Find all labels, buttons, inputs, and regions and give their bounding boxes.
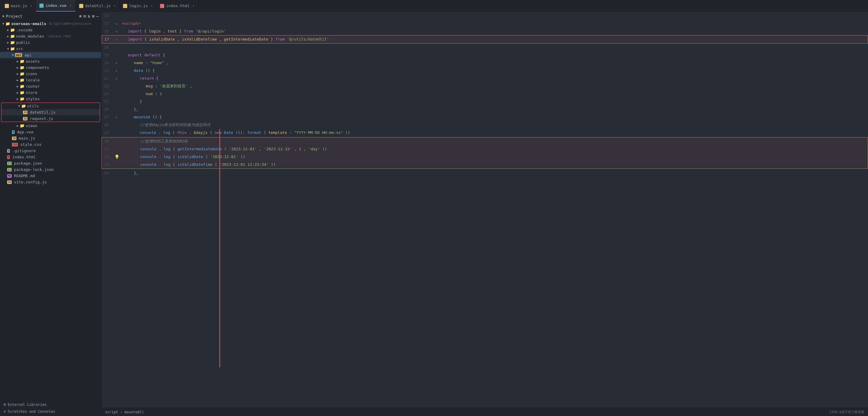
folder-label: src (16, 46, 23, 51)
tree-item-root[interactable]: ▼ 📁 overseas-emails D:\gitlabProjects\ov… (0, 21, 101, 27)
tab-close-icon[interactable]: ✕ (114, 4, 116, 8)
folder-icon: 📁 (10, 40, 15, 45)
sidebar-item-views[interactable]: ▶ 📁 views (0, 123, 101, 129)
folder-icon: 📁 (10, 46, 15, 51)
tab-bar: main.js ✕ index.vue ✕ dateUtil.js ✕ logi… (0, 0, 868, 12)
sidebar-item-utils[interactable]: ▼ 📁 utils (1, 103, 100, 109)
lightbulb-icon[interactable]: 💡 (114, 154, 119, 159)
sidebar-item-app-vue[interactable]: V App.vue (0, 129, 101, 135)
sidebar-item-vscode[interactable]: ▶ 📁 .vscode (0, 27, 101, 33)
tab-index-html[interactable]: index.html ✕ (156, 0, 198, 12)
sidebar-item-index-html[interactable]: H index.html (0, 154, 101, 160)
sidebar-item-components[interactable]: ▶ 📁 components (0, 64, 101, 71)
sidebar: ▼ Project ⊕ ⊟ ⇅ ⚙ — ▼ 📁 overseas-emails … (0, 12, 101, 416)
sidebar-item-locale[interactable]: ▶ 📁 locale (0, 77, 101, 83)
tab-label: dateUtil.js (85, 4, 111, 8)
editor-area: 14 15 ◆ <script> 16 (101, 12, 868, 416)
sidebar-item-node-modules[interactable]: ▶ 📁 node_modules library root (0, 33, 101, 39)
folder-icon: 📁 (20, 59, 25, 64)
utils-outlined-box: ▼ 📁 utils JS dateUtil.js JS request.js (1, 103, 100, 122)
folder-label: views (26, 124, 37, 128)
sidebar-item-readme[interactable]: MD README.md (0, 173, 101, 179)
folder-label: api (25, 53, 31, 57)
json-file-icon: {} (7, 168, 12, 171)
sidebar-item-src[interactable]: ▼ 📁 src (0, 46, 101, 52)
sidebar-item-public[interactable]: ▶ 📁 public (0, 39, 101, 46)
file-label: App.vue (17, 130, 33, 134)
toolbar-icon3[interactable]: ⇅ (88, 14, 90, 19)
code-line-28: 28 //使用dayjs将当前时间转换为指定样式 (101, 121, 868, 129)
js-file-icon: JS (23, 111, 28, 114)
sidebar-item-main-js[interactable]: JS main.js (0, 135, 101, 141)
html-icon (160, 4, 164, 8)
status-bar: script › mounted() CSDN @谁不想飞舞青春 (101, 408, 868, 416)
tab-close-icon[interactable]: ✕ (151, 4, 153, 8)
sidebar-item-api[interactable]: ▼ api api (0, 52, 101, 58)
tab-close-icon[interactable]: ✕ (193, 4, 195, 8)
settings-icon[interactable]: ⚙ (92, 14, 94, 19)
sidebar-item-dateutil[interactable]: JS dateUtil.js (1, 109, 100, 115)
sidebar-item-package-lock[interactable]: {} package-lock.json (0, 166, 101, 173)
chevron-right-icon: ▶ (7, 35, 9, 38)
folder-icon: 📁 (5, 22, 10, 26)
html-file-icon: H (7, 155, 10, 159)
folder-label: store (26, 90, 37, 95)
file-label: style.css (20, 142, 41, 147)
sidebar-item-store[interactable]: ▶ 📁 store (0, 90, 101, 96)
sidebar-item-gitignore[interactable]: G .gitignore (0, 148, 101, 154)
code-line-31: 31 console . log ( getIntermediateDate (… (102, 145, 868, 153)
sidebar-item-external-libraries[interactable]: ⊞ External Libraries (0, 401, 101, 408)
folder-label: .vscode (16, 28, 33, 32)
code-line-32: 32 💡 console . log ( isValidDate ( (102, 153, 868, 161)
chevron-down-icon: ▼ (18, 104, 20, 108)
js-file-icon: JS (23, 117, 28, 120)
chevron-down-icon: ▼ (7, 47, 9, 50)
tab-label: index.vue (45, 3, 66, 8)
js-icon (123, 4, 127, 8)
sidebar-item-assets[interactable]: ▶ 📁 assets (0, 58, 101, 64)
project-header[interactable]: ▼ Project ⊕ ⊟ ⇅ ⚙ — (0, 12, 101, 21)
sidebar-item-package-json[interactable]: {} package.json (0, 160, 101, 166)
code-line-27: 27 ◆ mounted () { (101, 113, 868, 121)
sidebar-item-icons[interactable]: ▶ 📁 icons (0, 71, 101, 77)
sidebar-item-router[interactable]: ▶ 📁 router (0, 83, 101, 90)
tab-dateutil-js[interactable]: dateUtil.js ✕ (75, 0, 120, 12)
file-label: README.md (14, 174, 35, 178)
code-line-29: 29 console . log ( this . $dayjs ( new D… (101, 129, 868, 137)
toolbar-icon[interactable]: ⊕ (79, 14, 82, 19)
sidebar-item-style-css[interactable]: CSS style.css (0, 141, 101, 148)
sidebar-item-vite-config[interactable]: JS vite.config.js (0, 179, 101, 185)
gutter-diamond: ◆ (116, 30, 118, 33)
gutter-diamond: ◆ (116, 61, 118, 65)
code-line-16: 16 ◆ import { login , test } from '@/api… (101, 28, 868, 35)
code-line-18: 18 (101, 43, 868, 51)
sidebar-item-styles[interactable]: ▶ 📁 styles (0, 96, 101, 102)
csdn-credit: CSDN @谁不想飞舞青春 (830, 410, 864, 414)
tab-login-js[interactable]: login.js ✕ (119, 0, 156, 12)
external-libs-icon: ⊞ (4, 402, 6, 407)
sidebar-item-scratches[interactable]: ⊙ Scratches and Consoles (0, 408, 101, 416)
folder-label: public (16, 40, 30, 45)
status-right: CSDN @谁不想飞舞青春 (830, 410, 864, 414)
json-file-icon: {} (7, 162, 12, 165)
folder-label: components (26, 65, 49, 70)
code-container[interactable]: 14 15 ◆ <script> 16 (101, 12, 868, 408)
badge-library-root: library root (47, 34, 71, 38)
toolbar-icon2[interactable]: ⊟ (83, 14, 86, 19)
code-line-34: 34 }, (101, 169, 868, 177)
console-block-outlined: 30 //使用时间工具类得到时间 31 console (101, 137, 868, 169)
code-line-24: 24 num : 1 (101, 90, 868, 98)
code-line-19: 19 export default { (101, 51, 868, 59)
sidebar-item-request[interactable]: JS request.js (1, 115, 100, 122)
chevron-right-icon: ▶ (17, 66, 19, 69)
chevron-right-icon: ▶ (17, 124, 19, 127)
file-label: index.html (12, 155, 35, 159)
minimize-icon[interactable]: — (96, 14, 99, 19)
tab-close-icon[interactable]: ✕ (30, 4, 32, 8)
chevron-right-icon: ▶ (7, 28, 9, 32)
tab-close-icon[interactable]: ✕ (69, 4, 72, 7)
tab-main-js[interactable]: main.js ✕ (1, 0, 36, 12)
folder-icon: 📁 (20, 124, 25, 128)
folder-label: node_modules (16, 34, 44, 38)
tab-index-vue[interactable]: index.vue ✕ (36, 0, 75, 12)
